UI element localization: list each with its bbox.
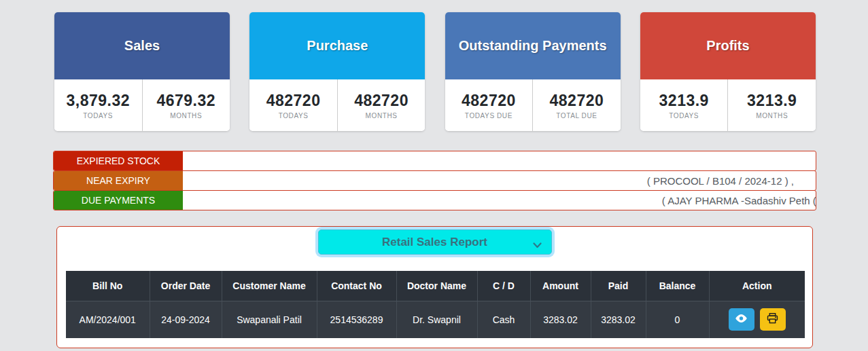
due-payments-marquee: ( AJAY PHARMA -Sadashiv Peth ( (: [183, 191, 816, 210]
expired-stock-row: EXPIERED STOCK: [53, 151, 816, 171]
cell-action: [709, 301, 805, 338]
header-doctor-name: Doctor Name: [396, 271, 477, 301]
outstanding-total-label: TOTAL DUE: [556, 112, 597, 119]
printer-icon: [767, 313, 778, 326]
outstanding-today-label: TODAYS DUE: [465, 112, 513, 119]
eye-icon: [735, 314, 748, 325]
outstanding-payments-card: Outstanding Payments 482720 TODAYS DUE 4…: [445, 12, 621, 131]
sales-month-stat: 4679.32 MONTHS: [143, 79, 230, 131]
cell-contact-no: 2514536289: [317, 301, 396, 338]
header-action: Action: [709, 271, 805, 301]
header-contact-no: Contact No: [317, 271, 396, 301]
report-type-select[interactable]: Retail Sales Report: [318, 229, 552, 255]
sales-card: Sales 3,879.32 TODAYS 4679.32 MONTHS: [54, 12, 230, 131]
profits-today-value: 3213.9: [659, 92, 709, 110]
report-type-selected-value: Retail Sales Report: [382, 236, 487, 249]
cell-balance: 0: [646, 301, 709, 338]
alerts-panel: EXPIERED STOCK NEAR EXPIRY ( PROCOOL / B…: [53, 151, 816, 210]
sales-today-label: TODAYS: [83, 112, 113, 119]
purchase-today-label: TODAYS: [279, 112, 309, 119]
profits-card-title: Profits: [706, 38, 749, 54]
outstanding-total-stat: 482720 TOTAL DUE: [533, 79, 621, 131]
sales-month-label: MONTHS: [170, 112, 202, 119]
purchase-card: Purchase 482720 TODAYS 482720 MONTHS: [249, 12, 425, 131]
outstanding-today-value: 482720: [462, 92, 516, 110]
profits-card-header: Profits: [640, 12, 816, 79]
due-payments-row: DUE PAYMENTS ( AJAY PHARMA -Sadashiv Pet…: [53, 190, 816, 210]
header-paid: Paid: [591, 271, 646, 301]
due-payments-text: ( AJAY PHARMA -Sadashiv Peth ( (: [662, 195, 816, 206]
purchase-today-value: 482720: [266, 92, 321, 110]
outstanding-payments-card-body: 482720 TODAYS DUE 482720 TOTAL DUE: [445, 79, 621, 131]
outstanding-payments-card-header: Outstanding Payments: [445, 12, 621, 79]
sales-today-value: 3,879.32: [66, 92, 130, 110]
purchase-month-label: MONTHS: [366, 112, 398, 119]
outstanding-today-stat: 482720 TODAYS DUE: [445, 79, 534, 131]
profits-today-stat: 3213.9 TODAYS: [640, 79, 729, 131]
header-customer-name: Customer Name: [222, 271, 317, 301]
expired-stock-label: EXPIERED STOCK: [54, 151, 183, 170]
sales-card-body: 3,879.32 TODAYS 4679.32 MONTHS: [54, 79, 230, 131]
purchase-month-value: 482720: [354, 92, 409, 110]
print-button[interactable]: [760, 308, 786, 331]
report-section: Retail Sales Report Bill No Order Date C…: [56, 226, 813, 348]
cell-amount: 3283.02: [530, 301, 591, 338]
header-amount: Amount: [530, 271, 591, 301]
outstanding-total-value: 482720: [550, 92, 604, 110]
chevron-down-icon: [533, 239, 542, 251]
cell-doctor-name: Dr. Swapnil: [396, 301, 477, 338]
header-balance: Balance: [646, 271, 709, 301]
header-order-date: Order Date: [150, 271, 222, 301]
profits-month-label: MONTHS: [756, 112, 788, 119]
sales-today-stat: 3,879.32 TODAYS: [54, 79, 143, 131]
purchase-card-title: Purchase: [307, 38, 368, 54]
purchase-card-header: Purchase: [249, 12, 425, 79]
header-cd: C / D: [477, 271, 530, 301]
purchase-today-stat: 482720 TODAYS: [249, 79, 338, 131]
purchase-card-body: 482720 TODAYS 482720 MONTHS: [249, 79, 425, 131]
profits-today-label: TODAYS: [669, 112, 699, 119]
sales-card-header: Sales: [54, 12, 230, 79]
header-bill-no: Bill No: [66, 271, 150, 301]
retail-sales-table: Bill No Order Date Customer Name Contact…: [66, 271, 805, 338]
outstanding-payments-card-title: Outstanding Payments: [459, 38, 607, 54]
view-button[interactable]: [729, 308, 754, 331]
profits-card: Profits 3213.9 TODAYS 3213.9 MONTHS: [640, 12, 816, 131]
cell-order-date: 24-09-2024: [150, 301, 222, 338]
expired-stock-marquee: [183, 151, 816, 170]
profits-card-body: 3213.9 TODAYS 3213.9 MONTHS: [640, 79, 816, 131]
stat-cards-row: Sales 3,879.32 TODAYS 4679.32 MONTHS Pur…: [54, 12, 816, 131]
sales-card-title: Sales: [124, 38, 160, 54]
near-expiry-marquee: ( PROCOOL / B104 / 2024-12 ) ,: [183, 171, 816, 190]
sales-month-value: 4679.32: [156, 92, 215, 110]
cell-customer-name: Swapanali Patil: [222, 301, 317, 338]
profits-month-value: 3213.9: [747, 92, 797, 110]
cell-cd: Cash: [477, 301, 530, 338]
table-row: AM/2024/001 24-09-2024 Swapanali Patil 2…: [66, 301, 805, 338]
profits-month-stat: 3213.9 MONTHS: [728, 79, 816, 131]
purchase-month-stat: 482720 MONTHS: [338, 79, 426, 131]
cell-bill-no: AM/2024/001: [66, 301, 150, 338]
near-expiry-text: ( PROCOOL / B104 / 2024-12 ) ,: [647, 175, 794, 187]
cell-paid: 3283.02: [591, 301, 646, 338]
near-expiry-row: NEAR EXPIRY ( PROCOOL / B104 / 2024-12 )…: [53, 170, 816, 191]
near-expiry-label: NEAR EXPIRY: [54, 171, 183, 190]
table-header-row: Bill No Order Date Customer Name Contact…: [66, 271, 805, 301]
due-payments-label: DUE PAYMENTS: [54, 191, 183, 210]
